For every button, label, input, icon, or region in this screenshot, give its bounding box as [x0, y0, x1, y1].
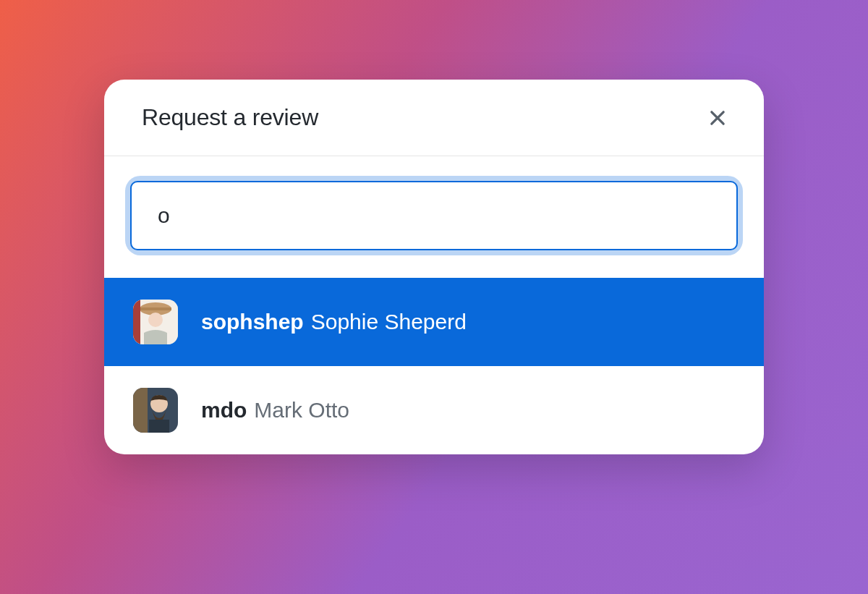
svg-point-5 [148, 313, 163, 327]
svg-rect-8 [133, 388, 148, 433]
result-fullname: Mark Otto [254, 398, 349, 423]
dialog-header: Request a review [104, 80, 764, 156]
svg-rect-4 [140, 307, 171, 310]
result-text: sophshep Sophie Sheperd [201, 310, 467, 334]
request-review-dialog: Request a review [104, 80, 764, 454]
reviewer-search-input[interactable] [130, 181, 738, 250]
result-fullname: Sophie Sheperd [311, 310, 467, 334]
avatar [133, 300, 178, 344]
svg-rect-10 [149, 420, 169, 433]
avatar [133, 388, 178, 433]
search-section [104, 156, 764, 278]
avatar-image [133, 300, 178, 344]
result-username: mdo [201, 398, 247, 423]
close-button[interactable] [706, 106, 729, 130]
result-item[interactable]: sophshep Sophie Sheperd [104, 278, 764, 366]
close-icon [707, 108, 728, 128]
results-list: sophshep Sophie Sheperd mdo Mark Otto [104, 278, 764, 454]
avatar-image [133, 388, 178, 433]
result-text: mdo Mark Otto [201, 398, 349, 423]
svg-rect-6 [133, 300, 140, 344]
result-username: sophshep [201, 310, 304, 334]
result-item[interactable]: mdo Mark Otto [104, 366, 764, 454]
dialog-title: Request a review [142, 104, 318, 131]
search-focus-ring [130, 181, 738, 250]
